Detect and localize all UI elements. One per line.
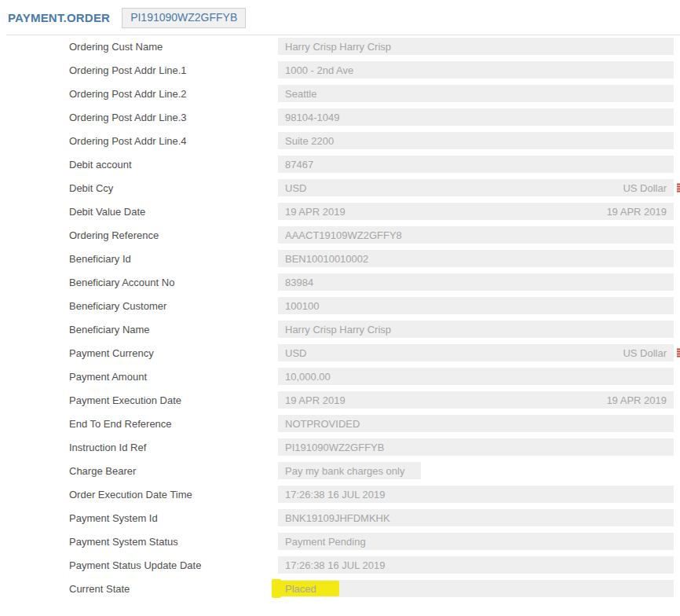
field-secondary-value: 19 APR 2019	[597, 394, 667, 406]
field-label: Ordering Reference	[0, 229, 278, 241]
field-value: 19 APR 2019	[285, 206, 345, 218]
field-value: PI191090WZ2GFFYB	[285, 442, 384, 453]
field-row: Ordering Post Addr Line.1 1000 - 2nd Ave	[0, 61, 680, 79]
field-row: Ordering Post Addr Line.4 Suite 2200	[0, 132, 680, 149]
field-label: Ordering Post Addr Line.1	[0, 64, 278, 76]
field-value: 19 APR 2019	[285, 394, 345, 406]
field-label: Current State	[0, 583, 278, 595]
field-label: Ordering Post Addr Line.2	[0, 88, 278, 100]
field-value: 17:26:38 16 JUL 2019	[285, 559, 385, 571]
field-row: Ordering Post Addr Line.2 Seattle	[0, 85, 680, 102]
field-value-box: 19 APR 2019 19 APR 2019	[278, 391, 674, 409]
field-value-box: AAACT19109WZ2GFFY8	[278, 226, 674, 244]
field-label: Payment System Status	[0, 536, 278, 548]
field-value: BNK19109JHFDMKHK	[285, 512, 390, 524]
field-value: 100100	[285, 300, 319, 312]
field-value: Harry Crisp Harry Crisp	[285, 41, 391, 53]
field-label: Beneficiary Account No	[0, 277, 278, 288]
field-value-box: 98104-1049	[278, 108, 674, 126]
field-row: Payment Currency USD US Dollar	[0, 344, 680, 361]
field-row: Charge Bearer Pay my bank charges only	[0, 462, 680, 479]
field-secondary-value: US Dollar	[613, 347, 667, 359]
field-row: Ordering Reference AAACT19109WZ2GFFY8	[0, 226, 680, 244]
field-value: AAACT19109WZ2GFFY8	[285, 229, 402, 241]
field-label: Ordering Cust Name	[0, 41, 278, 53]
field-value-box: 17:26:38 16 JUL 2019	[278, 486, 674, 503]
field-value-box: Placed	[278, 580, 674, 597]
field-value-box: 87467	[278, 156, 674, 173]
field-row: Payment Amount 10,000.00	[0, 368, 680, 385]
record-id-box[interactable]: PI191090WZ2GFFYB	[122, 8, 246, 28]
field-value-box: PI191090WZ2GFFYB	[278, 438, 674, 456]
field-value-box: Pay my bank charges only	[278, 462, 421, 479]
field-value: BEN10010010002	[285, 253, 368, 265]
field-row: End To End Reference NOTPROVIDED	[0, 415, 680, 432]
field-row: Payment Execution Date 19 APR 2019 19 AP…	[0, 391, 680, 409]
field-value: 87467	[285, 159, 313, 170]
field-value-box: BEN10010010002	[278, 250, 674, 267]
field-row: Beneficiary Customer 100100	[0, 297, 680, 314]
field-row: Beneficiary Name Harry Crisp Harry Crisp	[0, 321, 680, 338]
field-value: Suite 2200	[285, 135, 334, 147]
field-value: NOTPROVIDED	[285, 418, 360, 430]
field-row: Debit Value Date 19 APR 2019 19 APR 2019	[0, 203, 680, 220]
field-value-box: 100100	[278, 297, 674, 314]
field-value-box: 17:26:38 16 JUL 2019	[278, 556, 674, 574]
field-value-box: 1000 - 2nd Ave	[278, 61, 674, 79]
currency-lookup-icon[interactable]	[677, 349, 680, 358]
field-value-box: NOTPROVIDED	[278, 415, 674, 432]
field-value-box: USD US Dollar	[278, 344, 674, 361]
field-label: Beneficiary Id	[0, 253, 278, 265]
field-label: Ordering Post Addr Line.3	[0, 112, 278, 123]
field-value-box: Seattle	[278, 85, 674, 102]
field-value: Placed	[285, 583, 316, 595]
page-title: PAYMENT.ORDER	[8, 11, 110, 24]
field-row: Order Execution Date Time 17:26:38 16 JU…	[0, 486, 680, 503]
field-value: Harry Crisp Harry Crisp	[285, 324, 391, 336]
field-value-box: Suite 2200	[278, 132, 674, 149]
field-label: Payment Amount	[0, 371, 278, 383]
field-row: Beneficiary Account No 83984	[0, 273, 680, 291]
field-row: Payment System Status Payment Pending	[0, 533, 680, 550]
field-row: Instruction Id Ref PI191090WZ2GFFYB	[0, 438, 680, 456]
field-label: Payment Execution Date	[0, 394, 278, 406]
field-label: Beneficiary Name	[0, 324, 278, 336]
field-value-box: Payment Pending	[278, 533, 674, 550]
header: PAYMENT.ORDER PI191090WZ2GFFYB	[0, 0, 680, 35]
currency-lookup-icon[interactable]	[677, 184, 680, 192]
field-value-box: USD US Dollar	[278, 179, 674, 196]
field-row: Beneficiary Id BEN10010010002	[0, 250, 680, 267]
field-value: Payment Pending	[285, 536, 366, 548]
field-value-box: BNK19109JHFDMKHK	[278, 509, 674, 526]
field-row: Debit Ccy USD US Dollar	[0, 179, 680, 196]
field-value: 17:26:38 16 JUL 2019	[285, 489, 385, 500]
field-label: Ordering Post Addr Line.4	[0, 135, 278, 147]
field-value-box: 83984	[278, 273, 674, 291]
field-value-box: 10,000.00	[278, 368, 674, 385]
field-value: 10,000.00	[285, 371, 331, 383]
payment-order-page: PAYMENT.ORDER PI191090WZ2GFFYB Ordering …	[0, 0, 680, 597]
field-label: Payment Status Update Date	[0, 559, 278, 571]
field-value: Pay my bank charges only	[285, 465, 404, 477]
field-label: Debit Value Date	[0, 206, 278, 218]
field-value: 1000 - 2nd Ave	[285, 64, 353, 76]
field-value: 83984	[285, 277, 313, 288]
field-label: Debit account	[0, 159, 278, 170]
field-label: Beneficiary Customer	[0, 300, 278, 312]
field-secondary-value: 19 APR 2019	[597, 206, 667, 218]
field-label: Charge Bearer	[0, 465, 278, 477]
field-value: USD	[285, 347, 306, 359]
field-value-box: Harry Crisp Harry Crisp	[278, 321, 674, 338]
field-value: Seattle	[285, 88, 316, 100]
field-value: USD	[285, 182, 306, 194]
field-row: Current State Placed	[0, 580, 680, 597]
field-label: End To End Reference	[0, 418, 278, 430]
field-row: Payment System Id BNK19109JHFDMKHK	[0, 509, 680, 526]
field-label: Debit Ccy	[0, 182, 278, 194]
field-value-box: 19 APR 2019 19 APR 2019	[278, 203, 674, 220]
field-row: Payment Status Update Date 17:26:38 16 J…	[0, 556, 680, 574]
field-value: 98104-1049	[285, 112, 339, 123]
field-label: Payment System Id	[0, 512, 278, 524]
field-row: Debit account 87467	[0, 156, 680, 173]
field-label: Order Execution Date Time	[0, 489, 278, 500]
